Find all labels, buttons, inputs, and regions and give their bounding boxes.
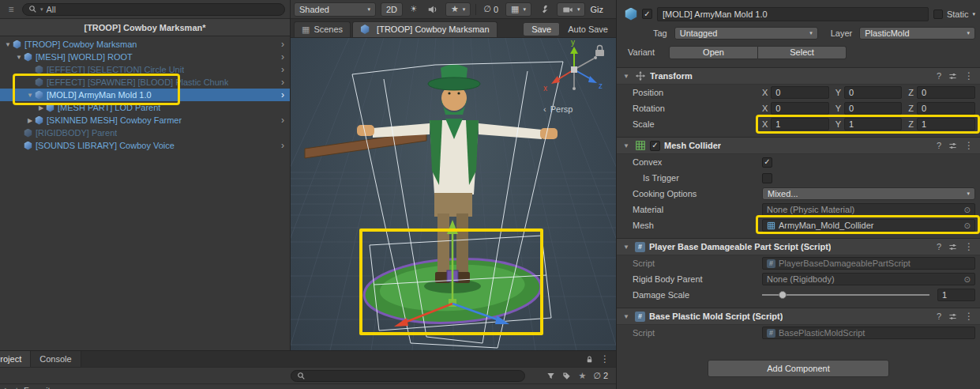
transform-header[interactable]: ▼ Transform ? ⋮	[617, 67, 980, 85]
2d-toggle-button[interactable]: 2D	[381, 2, 403, 17]
damageable-script-header[interactable]: ▼ # Player Base Damageable Part Script (…	[617, 238, 980, 255]
help-icon[interactable]: ?	[937, 141, 941, 150]
shading-mode-dropdown[interactable]: Shaded ▾	[294, 2, 376, 17]
is-trigger-checkbox[interactable]	[762, 173, 772, 183]
position-x-input[interactable]: 0	[771, 86, 828, 99]
foldout-closed-icon[interactable]: ▶	[36, 104, 46, 111]
object-picker-icon[interactable]: ⊙	[964, 221, 971, 230]
auto-save-toggle[interactable]: Auto Save	[568, 25, 608, 34]
damage-scale-slider[interactable]	[762, 294, 929, 296]
prefab-select-button[interactable]: Select	[758, 46, 847, 59]
favorites-label[interactable]: Favorites	[24, 386, 59, 389]
prefab-open-chevron-icon[interactable]: ›	[281, 39, 290, 50]
rotation-z-input[interactable]: 0	[917, 102, 975, 115]
static-dropdown-icon[interactable]: ▾	[972, 11, 975, 17]
kebab-menu-icon[interactable]: ⋮	[964, 242, 974, 251]
prefab-open-chevron-icon[interactable]: ›	[281, 64, 290, 75]
hierarchy-search-input[interactable]: ▾ All	[22, 3, 285, 16]
tab-console[interactable]: Console	[31, 351, 81, 367]
gizmo-z-arrow[interactable]	[495, 315, 509, 324]
presets-icon[interactable]	[948, 243, 957, 251]
layer-dropdown[interactable]: PlasticMold ▾	[859, 27, 975, 40]
help-icon[interactable]: ?	[937, 71, 941, 81]
scene-viewport[interactable]: y x z ‹ Persp	[291, 38, 616, 350]
hierarchy-item-mold-armyman[interactable]: ▼ [MOLD] ArmyMan Mold 1.0 ›	[0, 89, 290, 101]
convex-checkbox[interactable]: ✓	[762, 157, 772, 168]
hidden-packages-count[interactable]: ∅ 2	[593, 371, 608, 380]
kebab-menu-icon[interactable]: ⋮	[964, 312, 974, 321]
hierarchy-options-icon[interactable]: ≡	[5, 3, 17, 16]
foldout-open-icon[interactable]: ▼	[14, 54, 24, 61]
project-search-input[interactable]	[291, 370, 525, 382]
component-enabled-checkbox[interactable]: ✓	[650, 141, 660, 151]
scale-y-input[interactable]: 1	[844, 118, 902, 130]
tab-project[interactable]: Project	[0, 351, 31, 367]
help-icon[interactable]: ?	[937, 242, 941, 251]
grid-visibility-dropdown[interactable]: ▦ ▾	[505, 2, 531, 17]
tab-scenes[interactable]: ▦ Scenes	[294, 21, 351, 37]
audio-toggle-button[interactable]	[425, 2, 441, 17]
prefab-open-chevron-icon[interactable]: ›	[281, 115, 290, 126]
camera-settings-dropdown[interactable]: ▾	[557, 2, 586, 17]
foldout-open-icon[interactable]: ▼	[621, 142, 631, 149]
prefab-open-button[interactable]: Open	[669, 46, 758, 59]
scene-visibility-button[interactable]: ∅ 0	[481, 2, 501, 17]
prefab-open-chevron-icon[interactable]: ›	[281, 51, 290, 62]
prefab-open-chevron-icon[interactable]: ›	[281, 140, 290, 151]
kebab-menu-icon[interactable]: ⋮	[964, 141, 974, 150]
view-mode-label[interactable]: ‹ Persp	[543, 104, 573, 114]
label-filter-icon[interactable]	[562, 372, 571, 380]
rotation-x-input[interactable]: 0	[771, 102, 828, 115]
prefab-open-chevron-icon[interactable]: ›	[281, 77, 290, 88]
prefab-open-chevron-icon[interactable]: ›	[281, 89, 290, 100]
hierarchy-item-circle-unit[interactable]: [EFFECT] [SELECTION] Circle Unit ›	[0, 63, 290, 76]
slider-knob[interactable]	[779, 291, 787, 299]
saved-search-star-icon[interactable]: ★	[578, 372, 586, 380]
active-checkbox[interactable]: ✓	[642, 9, 652, 19]
hierarchy-item-cowboy-farmer[interactable]: ▶ [SKINNED MESH] Cowboy Farmer ›	[0, 114, 290, 127]
tag-dropdown[interactable]: Untagged ▾	[674, 27, 818, 40]
position-y-input[interactable]: 0	[844, 86, 902, 99]
lock-icon[interactable]	[585, 355, 594, 364]
rigid-body-parent-object-field[interactable]: None (Rigidbody) ⊙	[762, 273, 975, 285]
damage-scale-input[interactable]: 1	[937, 289, 975, 301]
foldout-open-icon[interactable]: ▼	[621, 313, 631, 320]
hierarchy-item-cowboy-voice[interactable]: [SOUNDS LIBRARY] Cowboy Voice ›	[0, 139, 290, 152]
mesh-collider-header[interactable]: ▼ ✓ Mesh Collider ? ⋮	[617, 137, 980, 154]
presets-icon[interactable]	[948, 142, 957, 150]
scale-z-input[interactable]: 1	[917, 118, 975, 130]
cooking-options-dropdown[interactable]: Mixed... ▾	[762, 187, 975, 200]
gameobject-icon[interactable]	[625, 8, 637, 21]
hierarchy-item-world-root[interactable]: ▼ [MESH] [WORLD] ROOT ›	[0, 51, 290, 63]
presets-icon[interactable]	[948, 72, 957, 81]
material-object-field[interactable]: None (Physic Material) ⊙	[762, 203, 975, 216]
tab-troop-cowboy-marksman[interactable]: [TROOP] Cowboy Marksman	[352, 21, 497, 37]
foldout-open-icon[interactable]: ▼	[621, 73, 631, 80]
kebab-menu-icon[interactable]: ⋮	[964, 71, 974, 81]
axis-orientation-gizmo[interactable]: y x z	[543, 38, 603, 93]
save-button[interactable]: Save	[523, 22, 560, 36]
presets-icon[interactable]	[948, 312, 957, 321]
add-component-button[interactable]: Add Component	[708, 360, 889, 377]
hierarchy-item-troop-cowboy-marksman[interactable]: ▼ [TROOP] Cowboy Marksman ›	[0, 38, 290, 51]
mesh-object-field[interactable]: ArmyMan_Mold_Collider ⊙	[762, 219, 975, 232]
foldout-open-icon[interactable]: ▼	[25, 92, 35, 99]
scene-canvas[interactable]: y x z	[291, 38, 616, 350]
static-checkbox[interactable]	[933, 9, 943, 19]
tool-settings-button[interactable]	[536, 2, 552, 17]
object-picker-icon[interactable]: ⊙	[964, 275, 971, 284]
foldout-closed-icon[interactable]: ▶	[25, 117, 35, 124]
kebab-menu-icon[interactable]: ⋮	[600, 354, 610, 364]
type-filter-icon[interactable]	[546, 372, 555, 380]
gizmos-menu[interactable]: Giz	[590, 5, 603, 14]
hierarchy-item-lod-parent[interactable]: ▶ [MESH PART] LOD Parent	[0, 101, 290, 114]
position-z-input[interactable]: 0	[917, 86, 975, 99]
rotation-y-input[interactable]: 0	[844, 102, 902, 115]
foldout-open-icon[interactable]: ▼	[3, 41, 13, 48]
help-icon[interactable]: ?	[937, 312, 941, 321]
mold-script-header[interactable]: ▼ # Base Plastic Mold Script (Script) ? …	[617, 308, 980, 325]
lighting-toggle-button[interactable]: ☀	[407, 2, 420, 17]
hierarchy-item-rigidbody-parent[interactable]: [RIGIDBODY] Parent	[0, 127, 290, 139]
search-filter-dropdown-icon[interactable]: ▾	[40, 6, 43, 13]
effects-dropdown[interactable]: ★ ▾	[445, 2, 471, 17]
